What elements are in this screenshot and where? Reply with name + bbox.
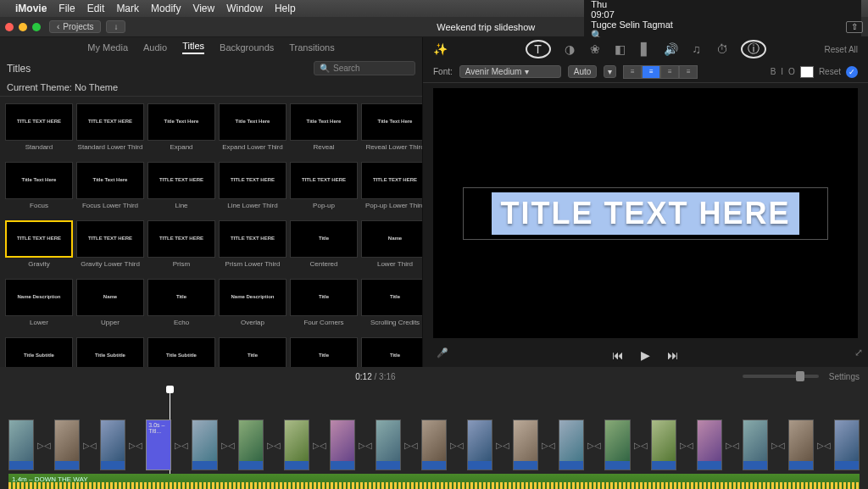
transition-icon[interactable]: ▷◁ bbox=[588, 420, 600, 470]
outline-button[interactable]: O bbox=[788, 67, 795, 76]
import-button[interactable]: ↓ bbox=[106, 20, 125, 33]
title-preset-sideways-drift[interactable]: Title SubtitleSideways Drift bbox=[76, 337, 144, 367]
title-preset-reveal-lower-third[interactable]: Title Text HereReveal Lower Third bbox=[361, 103, 422, 158]
voiceover-icon[interactable]: 🎤 bbox=[437, 347, 448, 358]
color-swatch[interactable] bbox=[800, 66, 814, 78]
tab-my-media[interactable]: My Media bbox=[87, 42, 128, 53]
title-bounding-box[interactable]: TITLE TEXT HERE bbox=[463, 187, 828, 240]
title-text-editable[interactable]: TITLE TEXT HERE bbox=[492, 192, 798, 235]
title-preset-four-corners[interactable]: TitleFour Corners bbox=[290, 279, 358, 334]
align-right-button[interactable]: ≡ bbox=[660, 65, 679, 79]
transition-icon[interactable]: ▷◁ bbox=[681, 420, 693, 470]
menu-file[interactable]: File bbox=[58, 3, 75, 14]
title-preset-soft-edge[interactable]: TitleSoft Edge bbox=[361, 337, 422, 367]
title-preset-scrolling-credits[interactable]: TitleScrolling Credits bbox=[361, 279, 422, 334]
transition-icon[interactable]: ▷◁ bbox=[130, 420, 142, 470]
zoom-slider[interactable] bbox=[743, 375, 819, 378]
minimize-window-button[interactable] bbox=[19, 23, 27, 31]
title-preset-line[interactable]: TITLE TEXT HERELine bbox=[147, 162, 215, 217]
menu-help[interactable]: Help bbox=[275, 3, 296, 14]
transition-icon[interactable]: ▷◁ bbox=[726, 420, 738, 470]
title-preset-lower-third[interactable]: NameLower Third bbox=[361, 220, 422, 275]
title-preset-expand-lower-third[interactable]: Title Text HereExpand Lower Third bbox=[219, 103, 287, 158]
magic-wand-icon[interactable]: ✨ bbox=[433, 42, 447, 56]
transition-icon[interactable]: ▷◁ bbox=[497, 420, 509, 470]
preview-viewer[interactable]: TITLE TEXT HERE 🎤 ⤢ bbox=[433, 88, 858, 338]
timeline-clip[interactable] bbox=[467, 420, 492, 470]
zoom-window-button[interactable] bbox=[32, 23, 41, 31]
timeline-clip[interactable] bbox=[330, 420, 355, 470]
title-preset-drifting[interactable]: Title SubtitleDrifting bbox=[5, 337, 73, 367]
next-button[interactable]: ⏭ bbox=[667, 348, 679, 362]
title-preset-expand[interactable]: Title Text HereExpand bbox=[147, 103, 215, 158]
timeline-clip[interactable] bbox=[743, 420, 768, 470]
font-select[interactable]: Avenir Medium▾ bbox=[459, 65, 561, 78]
tab-audio[interactable]: Audio bbox=[143, 42, 167, 53]
title-preset-focus-lower-third[interactable]: Title Text HereFocus Lower Third bbox=[76, 162, 144, 217]
crop-icon[interactable]: ◧ bbox=[614, 42, 627, 56]
timeline-clip[interactable] bbox=[651, 420, 676, 470]
italic-button[interactable]: I bbox=[781, 67, 783, 76]
timeline-settings-button[interactable]: Settings bbox=[829, 372, 860, 381]
title-preset-standard[interactable]: TITLE TEXT HEREStandard bbox=[5, 103, 73, 158]
title-preset-horizontal-blur[interactable]: TitleHorizontal Blur bbox=[290, 337, 358, 367]
timeline-clip[interactable] bbox=[604, 420, 630, 470]
menu-window[interactable]: Window bbox=[226, 3, 263, 14]
align-center-button[interactable]: ≡ bbox=[642, 65, 660, 79]
bold-button[interactable]: B bbox=[771, 67, 776, 76]
menu-edit[interactable]: Edit bbox=[87, 3, 105, 14]
menu-view[interactable]: View bbox=[192, 3, 214, 14]
timeline-clip[interactable] bbox=[238, 420, 264, 470]
title-preset-upper[interactable]: NameUpper bbox=[76, 279, 144, 334]
back-to-projects-button[interactable]: ‹ Projects bbox=[49, 20, 101, 33]
transition-icon[interactable]: ▷◁ bbox=[451, 420, 463, 470]
timeline-clip[interactable] bbox=[421, 420, 447, 470]
transition-icon[interactable]: ▷◁ bbox=[772, 420, 784, 470]
noise-reduction-icon[interactable]: ♫ bbox=[690, 42, 704, 56]
transition-icon[interactable]: ▷◁ bbox=[818, 420, 830, 470]
menu-mark[interactable]: Mark bbox=[116, 3, 139, 14]
align-justify-button[interactable]: ≡ bbox=[679, 65, 698, 79]
tab-backgrounds[interactable]: Backgrounds bbox=[220, 42, 274, 53]
prev-button[interactable]: ⏮ bbox=[612, 348, 624, 362]
tab-transitions[interactable]: Transitions bbox=[289, 42, 334, 53]
title-preset-gravity-lower-third[interactable]: TITLE TEXT HEREGravity Lower Third bbox=[76, 220, 144, 275]
title-preset-focus[interactable]: Title Text HereFocus bbox=[5, 162, 73, 217]
title-preset-lower[interactable]: Name DescriptionLower bbox=[5, 279, 73, 334]
transition-icon[interactable]: ▷◁ bbox=[359, 420, 371, 470]
timeline-clip[interactable] bbox=[284, 420, 309, 470]
share-button[interactable]: ⇧ bbox=[846, 21, 863, 33]
title-preset-prism[interactable]: TITLE TEXT HEREPrism bbox=[147, 220, 215, 275]
timeline-clip[interactable] bbox=[8, 420, 34, 470]
title-preset-gravity[interactable]: TITLE TEXT HEREGravity bbox=[5, 220, 73, 275]
volume-icon[interactable]: 🔊 bbox=[665, 42, 678, 56]
timeline-clip[interactable] bbox=[376, 420, 401, 470]
title-preset-vertical-drift[interactable]: Title SubtitleVertical Drift bbox=[147, 337, 215, 367]
info-inspector-button[interactable]: ⓘ bbox=[741, 40, 766, 58]
timeline-clip[interactable] bbox=[192, 420, 217, 470]
menu-app[interactable]: iMovie bbox=[15, 3, 47, 14]
title-preset-centered[interactable]: TitleCentered bbox=[290, 220, 358, 275]
timeline-title-clip[interactable]: 3.0s – Titl... bbox=[146, 420, 171, 470]
timeline-clip[interactable] bbox=[513, 420, 538, 470]
title-preset-overlap[interactable]: Name DescriptionOverlap bbox=[219, 279, 287, 334]
color-balance-icon[interactable]: ◑ bbox=[563, 42, 576, 56]
title-preset-pop-up-lower-third[interactable]: TITLE TEXT HEREPop-up Lower Third bbox=[361, 162, 422, 217]
size-stepper[interactable]: ▾ bbox=[604, 65, 616, 78]
search-input[interactable]: 🔍 Search bbox=[314, 61, 415, 75]
title-preset-reveal[interactable]: Title Text HereReveal bbox=[290, 103, 358, 158]
timeline-clip[interactable] bbox=[834, 420, 860, 470]
speed-icon[interactable]: ⏱ bbox=[715, 42, 729, 56]
transition-icon[interactable]: ▷◁ bbox=[542, 420, 554, 470]
title-preset-standard-lower-third[interactable]: TITLE TEXT HEREStandard Lower Third bbox=[76, 103, 144, 158]
transition-icon[interactable]: ▷◁ bbox=[314, 420, 326, 470]
timeline-clip[interactable] bbox=[559, 420, 584, 470]
reset-style-button[interactable]: ✓ bbox=[846, 66, 858, 78]
transition-icon[interactable]: ▷◁ bbox=[635, 420, 647, 470]
close-window-button[interactable] bbox=[5, 23, 14, 31]
menu-modify[interactable]: Modify bbox=[151, 3, 181, 14]
play-button[interactable]: ▶ bbox=[641, 348, 650, 362]
transition-icon[interactable]: ▷◁ bbox=[222, 420, 234, 470]
title-preset-echo[interactable]: TitleEcho bbox=[147, 279, 215, 334]
reset-all-button[interactable]: Reset All bbox=[825, 45, 858, 54]
